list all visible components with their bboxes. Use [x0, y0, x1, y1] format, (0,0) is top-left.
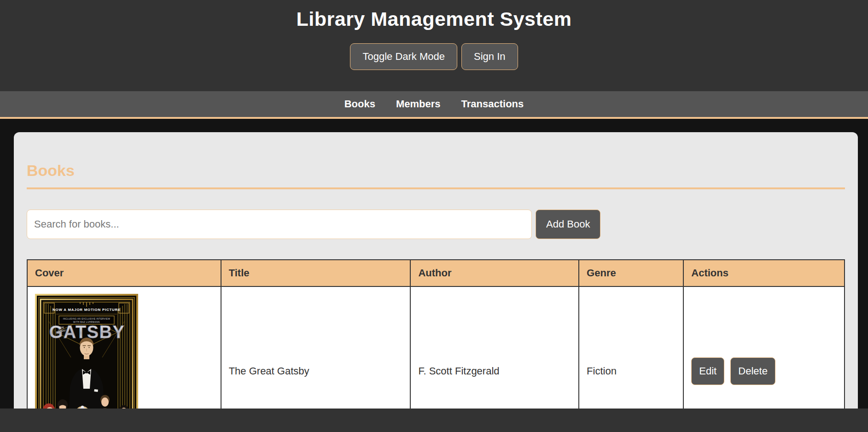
- col-header-actions: Actions: [683, 260, 845, 286]
- delete-button[interactable]: Delete: [730, 357, 775, 385]
- nav-item-transactions[interactable]: Transactions: [461, 98, 524, 110]
- accent-divider: [27, 187, 845, 189]
- site-header: Library Management System Toggle Dark Mo…: [0, 0, 868, 91]
- nav-item-books[interactable]: Books: [344, 98, 375, 110]
- sign-in-button[interactable]: Sign In: [461, 43, 518, 70]
- col-header-genre: Genre: [579, 260, 683, 286]
- page-title: Library Management System: [0, 8, 868, 30]
- cover-title-prefix-2: GREAT: [58, 329, 66, 332]
- cover-tagline: NOW A MAJOR MOTION PICTURE: [52, 308, 121, 312]
- col-header-title: Title: [221, 260, 411, 286]
- toggle-dark-mode-button[interactable]: Toggle Dark Mode: [350, 43, 457, 70]
- col-header-cover: Cover: [27, 260, 221, 286]
- header-buttons: Toggle Dark Mode Sign In: [0, 43, 868, 70]
- site-footer: [0, 409, 868, 432]
- main-nav: Books Members Transactions: [0, 91, 868, 119]
- search-row: Add Book: [27, 210, 845, 239]
- col-header-author: Author: [410, 260, 579, 286]
- books-table: Cover Title Author Genre Actions: [27, 259, 845, 432]
- add-book-button[interactable]: Add Book: [536, 210, 600, 239]
- nav-item-members[interactable]: Members: [396, 98, 441, 110]
- cover-title-prefix-1: THE: [59, 326, 64, 329]
- search-input[interactable]: [27, 210, 532, 239]
- books-section-heading: Books: [27, 162, 845, 180]
- books-table-header: Cover Title Author Genre Actions: [27, 260, 845, 286]
- edit-button[interactable]: Edit: [691, 357, 724, 385]
- content-card: Books Add Book Cover Title Author Genre …: [14, 132, 858, 432]
- cover-banner-line1: INCLUDING AN EXCLUSIVE INTERVIEW: [63, 318, 111, 320]
